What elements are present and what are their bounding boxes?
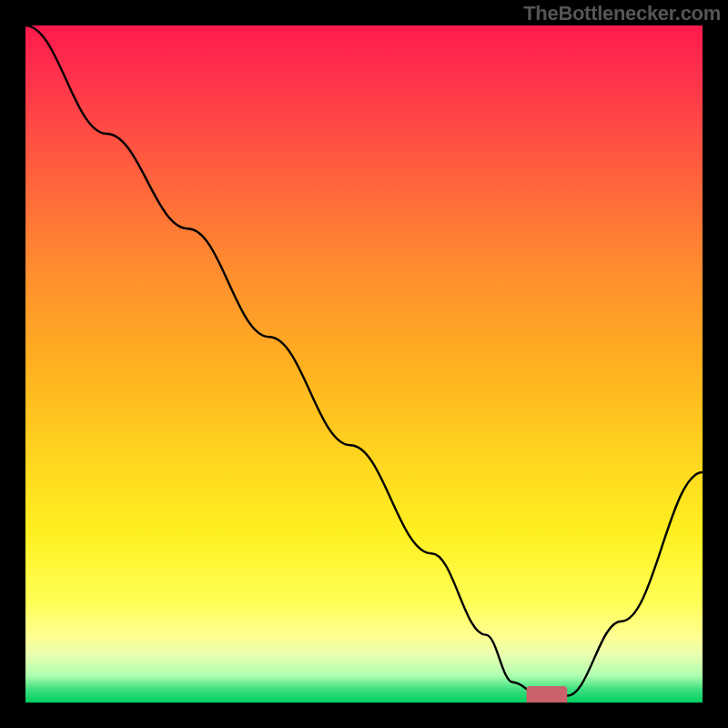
chart-container: TheBottlenecker.com bbox=[0, 0, 728, 728]
curve-path bbox=[25, 25, 703, 696]
plot-area bbox=[25, 25, 703, 703]
optimal-marker bbox=[527, 686, 568, 703]
bottleneck-curve bbox=[25, 25, 703, 703]
watermark-text: TheBottlenecker.com bbox=[523, 2, 721, 25]
